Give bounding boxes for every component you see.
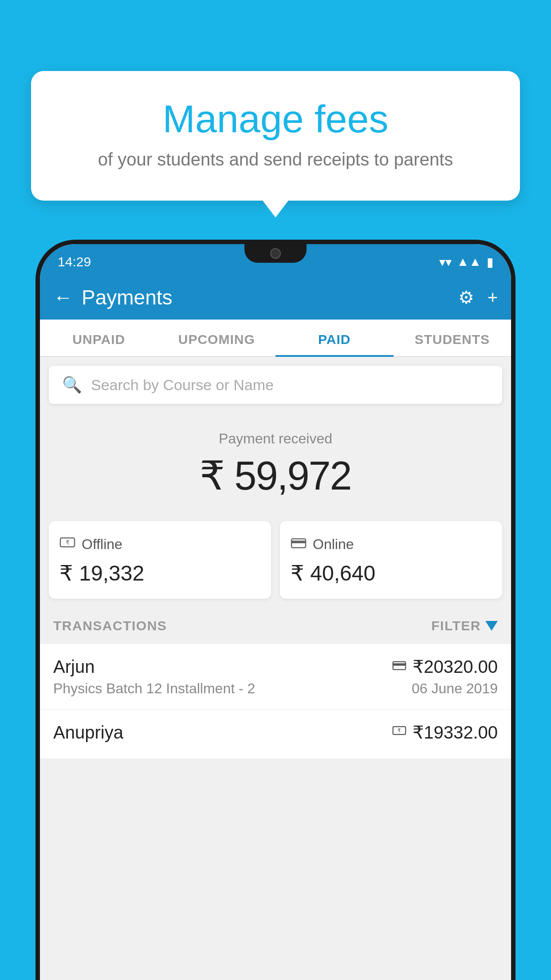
settings-icon[interactable]: ⚙ (458, 287, 474, 308)
payment-amount: ₹ 59,972 (49, 452, 502, 499)
online-icon (291, 534, 307, 554)
tabs-bar: UNPAID UPCOMING PAID STUDENTS (40, 320, 511, 357)
payment-label: Payment received (49, 431, 502, 447)
app-header: ← Payments ⚙ + (40, 275, 511, 320)
page-title: Payments (82, 285, 458, 309)
transaction-list: Arjun ₹20320.00 Physics Batch 12 Install… (40, 644, 511, 759)
svg-text:₹: ₹ (398, 728, 401, 733)
online-label: Online (313, 536, 354, 553)
transactions-header: TRANSACTIONS FILTER (40, 608, 511, 644)
transaction-row-1: Arjun ₹20320.00 (53, 656, 498, 677)
battery-icon: ▮ (487, 255, 493, 269)
svg-text:₹: ₹ (66, 539, 70, 546)
phone-screen: 14:29 ▾▾ ▲▲ ▮ ← Payments ⚙ + UNPAID UPCO… (40, 244, 511, 980)
phone-frame: 14:29 ▾▾ ▲▲ ▮ ← Payments ⚙ + UNPAID UPCO… (35, 240, 516, 980)
tab-paid[interactable]: PAID (276, 320, 394, 356)
online-card: Online ₹ 40,640 (280, 521, 502, 599)
svg-rect-4 (393, 662, 405, 670)
offline-card: ₹ Offline ₹ 19,332 (49, 521, 271, 599)
transaction-amount-wrap: ₹20320.00 (392, 656, 498, 677)
add-icon[interactable]: + (488, 288, 498, 308)
search-icon: 🔍 (62, 375, 82, 394)
status-icons: ▾▾ ▲▲ ▮ (439, 255, 493, 269)
transaction-amount: ₹19332.00 (413, 722, 498, 743)
tab-upcoming[interactable]: UPCOMING (158, 320, 276, 356)
transaction-name: Arjun (53, 657, 94, 677)
transaction-row-2: Physics Batch 12 Installment - 2 06 June… (53, 680, 498, 697)
tab-unpaid[interactable]: UNPAID (40, 320, 158, 356)
payment-received-section: Payment received ₹ 59,972 (40, 413, 511, 512)
cash-payment-icon: ₹ (392, 723, 406, 741)
svg-rect-5 (393, 663, 405, 665)
filter-icon (485, 621, 498, 631)
transaction-course: Physics Batch 12 Installment - 2 (53, 680, 255, 697)
bubble-subtitle: of your students and send receipts to pa… (53, 150, 498, 170)
filter-button[interactable]: FILTER (431, 618, 498, 633)
camera (270, 248, 281, 259)
offline-icon: ₹ (59, 534, 75, 554)
tab-students[interactable]: STUDENTS (394, 320, 512, 356)
card-payment-icon (392, 658, 406, 676)
transaction-amount: ₹20320.00 (413, 656, 498, 677)
search-input[interactable]: Search by Course or Name (91, 376, 274, 394)
payment-cards: ₹ Offline ₹ 19,332 Online (40, 512, 511, 608)
back-button[interactable]: ← (53, 286, 73, 308)
svg-rect-3 (291, 541, 306, 543)
online-card-header: Online (291, 534, 492, 554)
signal-icon: ▲▲ (457, 255, 481, 269)
transaction-name: Anupriya (53, 723, 123, 743)
offline-label: Offline (82, 536, 122, 553)
phone-notch (244, 244, 307, 263)
speech-bubble: Manage fees of your students and send re… (31, 71, 520, 201)
offline-amount: ₹ 19,332 (59, 561, 260, 585)
status-time: 14:29 (58, 254, 91, 269)
transactions-label: TRANSACTIONS (53, 618, 167, 633)
online-amount: ₹ 40,640 (291, 561, 492, 585)
transaction-row-1: Anupriya ₹ ₹19332.00 (53, 722, 498, 743)
filter-label: FILTER (431, 618, 481, 633)
offline-card-header: ₹ Offline (59, 534, 260, 554)
transaction-date: 06 June 2019 (412, 680, 498, 697)
transaction-amount-wrap: ₹ ₹19332.00 (392, 722, 498, 743)
header-actions: ⚙ + (458, 287, 498, 308)
transaction-item[interactable]: Anupriya ₹ ₹19332.00 (40, 710, 511, 759)
bubble-title: Manage fees (53, 98, 498, 141)
search-bar[interactable]: 🔍 Search by Course or Name (49, 366, 502, 404)
transaction-item[interactable]: Arjun ₹20320.00 Physics Batch 12 Install… (40, 644, 511, 710)
wifi-icon: ▾▾ (439, 255, 452, 269)
